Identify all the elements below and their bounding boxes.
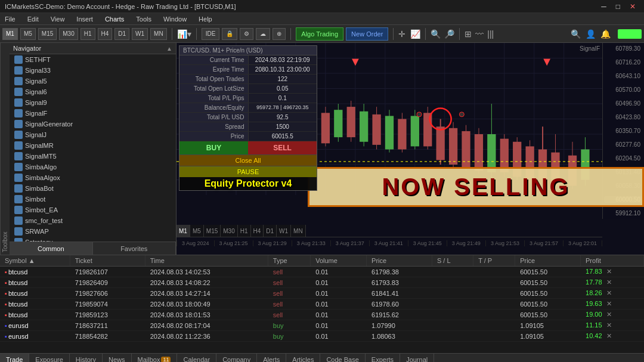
chart-tf-m15[interactable]: M15 xyxy=(204,225,221,237)
nav-tab-favorites[interactable]: Favorites xyxy=(93,242,177,255)
nav-item-signal9[interactable]: Signal9 xyxy=(10,97,176,108)
menu-view[interactable]: View xyxy=(48,16,67,23)
close-trade-btn[interactable]: ✕ xyxy=(606,268,612,275)
col-price[interactable]: Price xyxy=(515,255,581,267)
algo-trading-btn[interactable]: Algo Trading xyxy=(296,27,343,41)
col-sl[interactable]: S / L xyxy=(432,255,473,267)
crosshair-icon[interactable]: ✛ xyxy=(398,29,405,39)
close-trade-btn[interactable]: ✕ xyxy=(606,300,612,307)
nav-item-simbotea[interactable]: Simbot_EA xyxy=(10,205,176,215)
menu-tools[interactable]: Tools xyxy=(134,16,154,23)
chart-tf-m5[interactable]: M5 xyxy=(190,225,204,237)
sell-button[interactable]: SELL xyxy=(248,141,317,154)
tab-alerts[interactable]: Alerts xyxy=(257,353,286,362)
nav-item-signal5[interactable]: Signal5 xyxy=(10,76,176,86)
tab-exposure[interactable]: Exposure xyxy=(29,353,69,362)
tf-m15[interactable]: M15 xyxy=(38,28,57,40)
grid-icon[interactable]: ⊞ xyxy=(465,29,472,39)
tab-journal[interactable]: Journal xyxy=(400,353,434,362)
nav-item-simbot[interactable]: Simbot xyxy=(10,194,176,205)
nav-item-sstrategy[interactable]: Sstrategy xyxy=(10,237,176,242)
tf-d1[interactable]: D1 xyxy=(114,28,129,40)
nav-item-signal6[interactable]: Signal6 xyxy=(10,86,176,97)
tf-m1[interactable]: M1 xyxy=(2,28,18,40)
menu-charts[interactable]: Charts xyxy=(103,16,126,23)
nav-tab-common[interactable]: Common xyxy=(10,242,93,255)
zoom-in-icon[interactable]: 🔍 xyxy=(431,29,441,39)
tab-trade[interactable]: Trade xyxy=(0,353,29,362)
chart-tf-d1[interactable]: D1 xyxy=(264,225,277,237)
nav-item-sethft[interactable]: SETHFT xyxy=(10,54,176,65)
col-tp[interactable]: T / P xyxy=(473,255,515,267)
tab-news[interactable]: News xyxy=(103,353,132,362)
nav-item-simbaalgox[interactable]: SimbaAlgox xyxy=(10,172,176,183)
col-time[interactable]: Time xyxy=(145,255,268,267)
indicator-icon[interactable]: 〰 xyxy=(475,29,484,39)
tf-w1[interactable]: W1 xyxy=(132,28,148,40)
menu-window[interactable]: Window xyxy=(161,16,189,23)
close-trade-btn[interactable]: ✕ xyxy=(606,332,612,339)
tf-h4[interactable]: H4 xyxy=(98,28,113,40)
chart-tf-m1[interactable]: M1 xyxy=(177,225,190,237)
chart-tf-mn[interactable]: MN xyxy=(291,225,306,237)
tab-codebase[interactable]: Code Base xyxy=(320,353,365,362)
search-icon[interactable]: 🔍 xyxy=(571,29,581,39)
tab-history[interactable]: History xyxy=(70,353,103,362)
nav-item-signalmt5[interactable]: SignalMT5 xyxy=(10,151,176,162)
close-trade-btn[interactable]: ✕ xyxy=(606,279,612,286)
nav-item-srwap[interactable]: SRWAP xyxy=(10,226,176,237)
tf-mn[interactable]: MN xyxy=(150,28,167,40)
nav-item-simbalgo[interactable]: SimbaAlgo xyxy=(10,162,176,172)
buy-button[interactable]: BUY xyxy=(179,141,248,154)
chart-type-dropdown[interactable]: 📊▾ xyxy=(177,29,191,39)
chart-tf-h1[interactable]: H1 xyxy=(238,225,251,237)
tab-calendar[interactable]: Calendar xyxy=(177,353,216,362)
minimize-btn[interactable]: ─ xyxy=(597,2,610,11)
alert-icon[interactable]: 🔔 xyxy=(600,29,611,39)
col-type[interactable]: Type xyxy=(268,255,310,267)
menu-help[interactable]: Help xyxy=(196,16,215,23)
col-profit[interactable]: Profit xyxy=(581,255,644,267)
new-order-btn[interactable]: New Order xyxy=(346,27,388,41)
col-ticket[interactable]: Ticket xyxy=(70,255,145,267)
trades-table-container[interactable]: Symbol ▲ Ticket Time Type Volume Price S… xyxy=(0,255,644,353)
nav-item-simbabot[interactable]: SimbaBot xyxy=(10,183,176,194)
plus-btn[interactable]: ⊕ xyxy=(273,28,286,40)
tf-m30[interactable]: M30 xyxy=(59,28,78,40)
tab-company[interactable]: Company xyxy=(216,353,257,362)
tf-m5[interactable]: M5 xyxy=(20,28,36,40)
maximize-btn[interactable]: □ xyxy=(612,2,624,11)
tf-h1[interactable]: H1 xyxy=(80,28,95,40)
menu-file[interactable]: File xyxy=(2,16,18,23)
close-trade-btn[interactable]: ✕ xyxy=(606,311,612,318)
chart-tf-m30[interactable]: M30 xyxy=(221,225,237,237)
chart-tf-h4[interactable]: H4 xyxy=(251,225,264,237)
cloud-btn[interactable]: ☁ xyxy=(256,28,270,40)
nav-item-signal33[interactable]: Signal33 xyxy=(10,65,176,76)
nav-item-signalj[interactable]: SignalJ xyxy=(10,129,176,140)
close-btn[interactable]: ✕ xyxy=(626,2,639,11)
col-open-price[interactable]: Price xyxy=(367,255,432,267)
col-symbol[interactable]: Symbol ▲ xyxy=(0,255,70,267)
chart-area[interactable]: BTC/USD. M1+ Price/n (USD) Current Time … xyxy=(177,43,644,255)
lock-btn[interactable]: 🔒 xyxy=(222,28,237,40)
user-icon[interactable]: 👤 xyxy=(586,29,596,39)
close-trade-btn[interactable]: ✕ xyxy=(606,289,612,296)
settings-btn[interactable]: ⚙ xyxy=(240,28,253,40)
col-volume[interactable]: Volume xyxy=(311,255,367,267)
pause-button[interactable]: PAUSE xyxy=(179,166,317,177)
tab-articles[interactable]: Articles xyxy=(286,353,320,362)
nav-item-signalgenerator[interactable]: SignalGenerator xyxy=(10,119,176,129)
tab-experts[interactable]: Experts xyxy=(366,353,400,362)
nav-collapse-btn[interactable]: ▲ xyxy=(166,45,172,52)
nav-item-smc[interactable]: smc_for_test xyxy=(10,215,176,226)
nav-item-signalf[interactable]: SignalF xyxy=(10,108,176,119)
menu-edit[interactable]: Edit xyxy=(25,16,41,23)
close-trade-btn[interactable]: ✕ xyxy=(606,321,612,329)
ide-btn[interactable]: IDE xyxy=(202,28,220,40)
menu-insert[interactable]: Insert xyxy=(74,16,95,23)
line-icon[interactable]: 📈 xyxy=(410,29,420,39)
chart-tf-w1[interactable]: W1 xyxy=(277,225,291,237)
tab-mailbox[interactable]: Mailbox 11 xyxy=(132,353,178,362)
bar-icon[interactable]: ||| xyxy=(487,29,494,39)
